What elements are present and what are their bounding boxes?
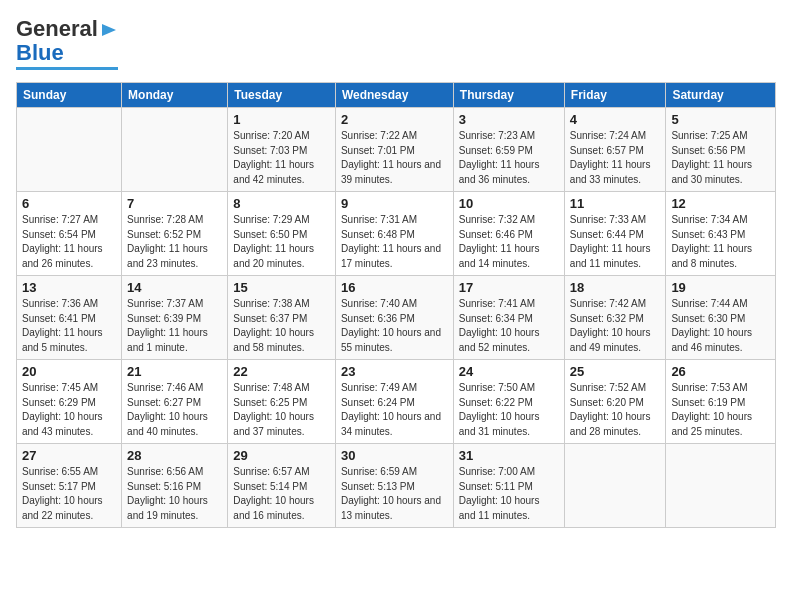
day-number: 5 bbox=[671, 112, 770, 127]
day-info: Sunrise: 7:44 AM Sunset: 6:30 PM Dayligh… bbox=[671, 297, 770, 355]
day-number: 30 bbox=[341, 448, 448, 463]
day-number: 12 bbox=[671, 196, 770, 211]
calendar-cell: 6Sunrise: 7:27 AM Sunset: 6:54 PM Daylig… bbox=[17, 192, 122, 276]
calendar-week-row: 1Sunrise: 7:20 AM Sunset: 7:03 PM Daylig… bbox=[17, 108, 776, 192]
day-info: Sunrise: 7:31 AM Sunset: 6:48 PM Dayligh… bbox=[341, 213, 448, 271]
day-info: Sunrise: 7:37 AM Sunset: 6:39 PM Dayligh… bbox=[127, 297, 222, 355]
day-number: 18 bbox=[570, 280, 661, 295]
day-header-tuesday: Tuesday bbox=[228, 83, 336, 108]
calendar-cell: 23Sunrise: 7:49 AM Sunset: 6:24 PM Dayli… bbox=[335, 360, 453, 444]
day-number: 15 bbox=[233, 280, 330, 295]
day-info: Sunrise: 7:32 AM Sunset: 6:46 PM Dayligh… bbox=[459, 213, 559, 271]
day-info: Sunrise: 7:48 AM Sunset: 6:25 PM Dayligh… bbox=[233, 381, 330, 439]
day-info: Sunrise: 7:36 AM Sunset: 6:41 PM Dayligh… bbox=[22, 297, 116, 355]
day-header-friday: Friday bbox=[564, 83, 666, 108]
calendar-header-row: SundayMondayTuesdayWednesdayThursdayFrid… bbox=[17, 83, 776, 108]
calendar-cell: 12Sunrise: 7:34 AM Sunset: 6:43 PM Dayli… bbox=[666, 192, 776, 276]
logo-blue-text: Blue bbox=[16, 40, 64, 66]
day-info: Sunrise: 6:56 AM Sunset: 5:16 PM Dayligh… bbox=[127, 465, 222, 523]
calendar-cell: 18Sunrise: 7:42 AM Sunset: 6:32 PM Dayli… bbox=[564, 276, 666, 360]
calendar-cell: 27Sunrise: 6:55 AM Sunset: 5:17 PM Dayli… bbox=[17, 444, 122, 528]
day-number: 2 bbox=[341, 112, 448, 127]
logo-underline bbox=[16, 67, 118, 70]
day-number: 21 bbox=[127, 364, 222, 379]
day-info: Sunrise: 7:25 AM Sunset: 6:56 PM Dayligh… bbox=[671, 129, 770, 187]
day-info: Sunrise: 7:27 AM Sunset: 6:54 PM Dayligh… bbox=[22, 213, 116, 271]
day-info: Sunrise: 6:55 AM Sunset: 5:17 PM Dayligh… bbox=[22, 465, 116, 523]
day-info: Sunrise: 7:00 AM Sunset: 5:11 PM Dayligh… bbox=[459, 465, 559, 523]
day-header-monday: Monday bbox=[122, 83, 228, 108]
calendar-cell bbox=[564, 444, 666, 528]
day-info: Sunrise: 7:20 AM Sunset: 7:03 PM Dayligh… bbox=[233, 129, 330, 187]
calendar-cell: 9Sunrise: 7:31 AM Sunset: 6:48 PM Daylig… bbox=[335, 192, 453, 276]
day-number: 31 bbox=[459, 448, 559, 463]
day-number: 26 bbox=[671, 364, 770, 379]
calendar-cell: 22Sunrise: 7:48 AM Sunset: 6:25 PM Dayli… bbox=[228, 360, 336, 444]
calendar-cell: 10Sunrise: 7:32 AM Sunset: 6:46 PM Dayli… bbox=[453, 192, 564, 276]
day-info: Sunrise: 7:49 AM Sunset: 6:24 PM Dayligh… bbox=[341, 381, 448, 439]
logo-general-text: General bbox=[16, 16, 98, 42]
calendar-cell: 31Sunrise: 7:00 AM Sunset: 5:11 PM Dayli… bbox=[453, 444, 564, 528]
calendar-cell: 14Sunrise: 7:37 AM Sunset: 6:39 PM Dayli… bbox=[122, 276, 228, 360]
calendar-cell: 30Sunrise: 6:59 AM Sunset: 5:13 PM Dayli… bbox=[335, 444, 453, 528]
day-number: 24 bbox=[459, 364, 559, 379]
calendar-cell: 8Sunrise: 7:29 AM Sunset: 6:50 PM Daylig… bbox=[228, 192, 336, 276]
day-number: 20 bbox=[22, 364, 116, 379]
day-number: 4 bbox=[570, 112, 661, 127]
calendar-cell: 20Sunrise: 7:45 AM Sunset: 6:29 PM Dayli… bbox=[17, 360, 122, 444]
day-info: Sunrise: 7:24 AM Sunset: 6:57 PM Dayligh… bbox=[570, 129, 661, 187]
calendar-week-row: 13Sunrise: 7:36 AM Sunset: 6:41 PM Dayli… bbox=[17, 276, 776, 360]
day-info: Sunrise: 6:59 AM Sunset: 5:13 PM Dayligh… bbox=[341, 465, 448, 523]
day-info: Sunrise: 7:38 AM Sunset: 6:37 PM Dayligh… bbox=[233, 297, 330, 355]
day-info: Sunrise: 7:33 AM Sunset: 6:44 PM Dayligh… bbox=[570, 213, 661, 271]
calendar-cell: 15Sunrise: 7:38 AM Sunset: 6:37 PM Dayli… bbox=[228, 276, 336, 360]
day-number: 11 bbox=[570, 196, 661, 211]
day-number: 16 bbox=[341, 280, 448, 295]
day-number: 23 bbox=[341, 364, 448, 379]
calendar-cell: 26Sunrise: 7:53 AM Sunset: 6:19 PM Dayli… bbox=[666, 360, 776, 444]
calendar-cell bbox=[17, 108, 122, 192]
calendar-cell: 29Sunrise: 6:57 AM Sunset: 5:14 PM Dayli… bbox=[228, 444, 336, 528]
calendar-week-row: 20Sunrise: 7:45 AM Sunset: 6:29 PM Dayli… bbox=[17, 360, 776, 444]
calendar-cell: 2Sunrise: 7:22 AM Sunset: 7:01 PM Daylig… bbox=[335, 108, 453, 192]
day-header-sunday: Sunday bbox=[17, 83, 122, 108]
logo: General Blue bbox=[16, 16, 118, 70]
calendar-cell bbox=[122, 108, 228, 192]
day-info: Sunrise: 6:57 AM Sunset: 5:14 PM Dayligh… bbox=[233, 465, 330, 523]
day-info: Sunrise: 7:50 AM Sunset: 6:22 PM Dayligh… bbox=[459, 381, 559, 439]
day-number: 8 bbox=[233, 196, 330, 211]
day-info: Sunrise: 7:29 AM Sunset: 6:50 PM Dayligh… bbox=[233, 213, 330, 271]
day-number: 10 bbox=[459, 196, 559, 211]
calendar-cell bbox=[666, 444, 776, 528]
day-number: 6 bbox=[22, 196, 116, 211]
svg-marker-0 bbox=[102, 24, 116, 36]
day-info: Sunrise: 7:45 AM Sunset: 6:29 PM Dayligh… bbox=[22, 381, 116, 439]
calendar-cell: 24Sunrise: 7:50 AM Sunset: 6:22 PM Dayli… bbox=[453, 360, 564, 444]
calendar-cell: 16Sunrise: 7:40 AM Sunset: 6:36 PM Dayli… bbox=[335, 276, 453, 360]
day-number: 1 bbox=[233, 112, 330, 127]
day-info: Sunrise: 7:41 AM Sunset: 6:34 PM Dayligh… bbox=[459, 297, 559, 355]
day-number: 13 bbox=[22, 280, 116, 295]
day-number: 17 bbox=[459, 280, 559, 295]
calendar-cell: 17Sunrise: 7:41 AM Sunset: 6:34 PM Dayli… bbox=[453, 276, 564, 360]
day-number: 29 bbox=[233, 448, 330, 463]
calendar-cell: 7Sunrise: 7:28 AM Sunset: 6:52 PM Daylig… bbox=[122, 192, 228, 276]
day-number: 7 bbox=[127, 196, 222, 211]
calendar-cell: 5Sunrise: 7:25 AM Sunset: 6:56 PM Daylig… bbox=[666, 108, 776, 192]
day-info: Sunrise: 7:52 AM Sunset: 6:20 PM Dayligh… bbox=[570, 381, 661, 439]
day-number: 25 bbox=[570, 364, 661, 379]
logo-arrow-icon bbox=[100, 21, 118, 39]
calendar-cell: 11Sunrise: 7:33 AM Sunset: 6:44 PM Dayli… bbox=[564, 192, 666, 276]
calendar-cell: 13Sunrise: 7:36 AM Sunset: 6:41 PM Dayli… bbox=[17, 276, 122, 360]
day-number: 28 bbox=[127, 448, 222, 463]
day-info: Sunrise: 7:22 AM Sunset: 7:01 PM Dayligh… bbox=[341, 129, 448, 187]
calendar-week-row: 6Sunrise: 7:27 AM Sunset: 6:54 PM Daylig… bbox=[17, 192, 776, 276]
page-header: General Blue bbox=[16, 16, 776, 70]
day-header-saturday: Saturday bbox=[666, 83, 776, 108]
day-header-wednesday: Wednesday bbox=[335, 83, 453, 108]
calendar-cell: 25Sunrise: 7:52 AM Sunset: 6:20 PM Dayli… bbox=[564, 360, 666, 444]
calendar-table: SundayMondayTuesdayWednesdayThursdayFrid… bbox=[16, 82, 776, 528]
calendar-cell: 1Sunrise: 7:20 AM Sunset: 7:03 PM Daylig… bbox=[228, 108, 336, 192]
day-info: Sunrise: 7:40 AM Sunset: 6:36 PM Dayligh… bbox=[341, 297, 448, 355]
day-info: Sunrise: 7:42 AM Sunset: 6:32 PM Dayligh… bbox=[570, 297, 661, 355]
